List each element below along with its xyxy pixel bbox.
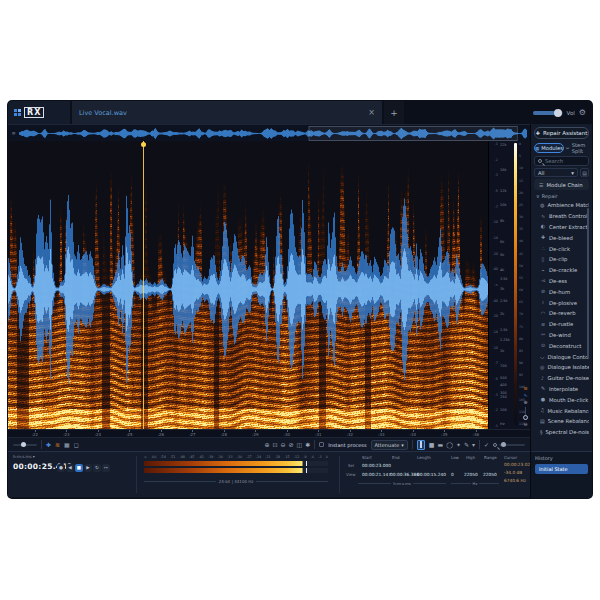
module-item-de-wind[interactable]: ∾De-wind: [534, 330, 589, 341]
modules-grid-icon: ▦: [535, 146, 539, 151]
view-length-value[interactable]: 00:00:15.240: [417, 472, 446, 477]
time-tick-label: :26: [158, 432, 164, 437]
opacity-slider[interactable]: [13, 444, 37, 446]
overview-options-icon[interactable]: ≡: [8, 130, 19, 136]
meter-tick-label: -48: [179, 455, 184, 459]
module-item-center-extract[interactable]: ◐Center Extract: [534, 222, 589, 233]
rewind-button[interactable]: ◀: [66, 464, 74, 472]
play-button[interactable]: ▶: [84, 464, 92, 472]
hand-tool-icon[interactable]: ✱: [305, 442, 310, 448]
de-click-icon: ∴: [540, 246, 546, 251]
module-item-de-click[interactable]: ∴De-click: [534, 243, 589, 254]
time-format-selector[interactable]: h:m:s.ms ▾: [13, 454, 35, 459]
spectrogram-display[interactable]: [8, 141, 488, 429]
header-high: High: [466, 455, 475, 460]
blend-slider[interactable]: [525, 407, 526, 420]
blend-zoom-out-icon[interactable]: ⊖: [523, 422, 527, 427]
waveform-blend-icon[interactable]: ∿: [523, 393, 527, 398]
tab-close-icon[interactable]: ×: [368, 109, 375, 117]
module-chain-button[interactable]: ☰ Module Chain: [534, 179, 589, 190]
module-item-mouth-de-click[interactable]: ●Mouth De-click: [534, 394, 589, 405]
playhead-handle[interactable]: [141, 142, 146, 147]
module-item-de-clip[interactable]: ▯De-clip: [534, 254, 589, 265]
range-freq-value[interactable]: 22050: [483, 472, 497, 477]
comment-icon[interactable]: ◻: [74, 442, 79, 448]
module-item-scene-rebalance[interactable]: ▤Scene Rebalance: [534, 416, 589, 427]
history-item-initial-state[interactable]: Initial State: [535, 464, 588, 474]
blend-zoom-in-icon[interactable]: ⊕: [523, 400, 527, 405]
low-freq-value[interactable]: 0: [451, 472, 454, 477]
volume-slider[interactable]: [533, 111, 563, 115]
spectrogram-view-icon[interactable]: ≋: [55, 442, 60, 448]
lasso-select-icon[interactable]: ◯: [446, 442, 453, 448]
time-select-tool[interactable]: [417, 440, 425, 450]
zoom-out-icon[interactable]: ⊖: [281, 442, 286, 448]
module-search-input[interactable]: Search: [534, 156, 589, 166]
zoom-in-icon[interactable]: ⊕: [264, 442, 269, 448]
module-item-ambience-match[interactable]: ◍Ambience Match: [534, 200, 589, 211]
time-ruler[interactable]: :22:23:24:25:26:27:28:29:30:31:32:33:34:…: [8, 429, 530, 437]
module-item-de-bleed[interactable]: ✚De-bleed: [534, 232, 589, 243]
grid-view-icon[interactable]: ▦: [64, 442, 70, 448]
tab-stem-split[interactable]: ✂ Stem Split: [566, 143, 589, 153]
magic-wand-icon[interactable]: ✦: [456, 442, 461, 448]
select-options-icon[interactable]: ▾: [472, 442, 475, 448]
settings-gear-icon[interactable]: ⚙: [579, 108, 586, 117]
waveform-overview-strip[interactable]: ≡: [8, 124, 530, 141]
confirm-selection-icon[interactable]: ✓: [484, 442, 489, 448]
loop-button[interactable]: ↻: [93, 464, 101, 472]
module-item-interpolate[interactable]: ✎Interpolate: [534, 384, 589, 395]
tab-live-vocal[interactable]: Live Vocal.wav ×: [72, 101, 382, 124]
play-selection-button[interactable]: ↦: [102, 464, 110, 472]
brush-select-icon[interactable]: ✎: [464, 442, 469, 448]
rectangle-select-icon[interactable]: ■: [429, 442, 435, 448]
meter-tick-label: -36: [218, 455, 223, 459]
zoom-selection-icon[interactable]: ⊡: [273, 442, 278, 448]
horizontal-select-icon[interactable]: ▬: [438, 442, 444, 448]
zoom-time-icon[interactable]: ◫: [297, 442, 303, 448]
record-button[interactable]: ●: [57, 464, 65, 472]
repair-section-header[interactable]: ∨ Repair: [534, 192, 589, 200]
module-item-spectral-de-noise[interactable]: §Spectral De-noise: [534, 427, 589, 438]
de-plosive-icon: ≀: [540, 300, 546, 305]
pan-tool-icon[interactable]: ✚: [46, 442, 51, 448]
new-tab-button[interactable]: +: [384, 101, 404, 124]
module-item-de-plosive[interactable]: ≀De-plosive: [534, 297, 589, 308]
module-item-de-reverb[interactable]: ◠De-reverb: [534, 308, 589, 319]
zoom-reset-icon[interactable]: ⊘: [289, 442, 294, 448]
cursor-time-value: 00:00:23.026: [504, 462, 533, 467]
horizontal-zoom-control[interactable]: [493, 443, 525, 447]
module-item-guitar-de-noise[interactable]: ♪Guitar De-noise: [534, 373, 589, 384]
instant-process-checkbox[interactable]: [319, 442, 324, 447]
module-item-de-crackle[interactable]: ⌁De-crackle: [534, 265, 589, 276]
level-meters: ∞-60-54-51-48-45-42-39-36-33-30-27-24-21…: [140, 452, 336, 498]
blend-slider-knob[interactable]: [523, 415, 528, 420]
playhead-cursor[interactable]: [143, 141, 144, 429]
chevron-down-icon: ▾: [571, 170, 574, 176]
search-icon: [538, 159, 542, 163]
spectrogram-canvas[interactable]: [8, 141, 488, 429]
module-item-de-ess[interactable]: ◅De-ess: [534, 276, 589, 287]
module-item-dialogue-isolate[interactable]: ◎Dialogue Isolate: [534, 362, 589, 373]
module-item-dialogue-contour[interactable]: ◡Dialogue Contour: [534, 351, 589, 362]
tab-modules[interactable]: ▦ Modules: [534, 143, 564, 153]
module-item-de-hum[interactable]: ⊘De-hum: [534, 286, 589, 297]
view-end-value[interactable]: 00:00:36.386: [390, 472, 419, 477]
module-item-breath-control[interactable]: ∿Breath Control: [534, 211, 589, 222]
process-mode-dropdown[interactable]: Attenuate▾: [371, 440, 408, 450]
sel-start-value[interactable]: 00:00:23.000: [362, 463, 391, 468]
category-filter-dropdown[interactable]: All ▾: [534, 168, 578, 177]
filter-options-button[interactable]: ▤: [580, 168, 589, 177]
spectrogram-blend-icon[interactable]: ≋: [523, 386, 527, 391]
view-start-value[interactable]: 00:00:21.147: [362, 472, 391, 477]
module-item-deconstruct[interactable]: ⊙Deconstruct: [534, 340, 589, 351]
module-item-de-rustle[interactable]: ≋De-rustle: [534, 319, 589, 330]
stop-button[interactable]: ■: [75, 464, 83, 472]
high-freq-value[interactable]: 22050: [464, 472, 478, 477]
repair-assistant-button[interactable]: ✚ Repair Assistant: [534, 127, 589, 139]
overview-waveform[interactable]: [19, 126, 527, 141]
scene-rebalance-icon: ▤: [540, 419, 545, 424]
module-item-music-rebalance[interactable]: ♫Music Rebalance: [534, 405, 589, 416]
sidebar-scrollbar[interactable]: [587, 208, 589, 358]
meter-tick-label: -60: [151, 455, 156, 459]
